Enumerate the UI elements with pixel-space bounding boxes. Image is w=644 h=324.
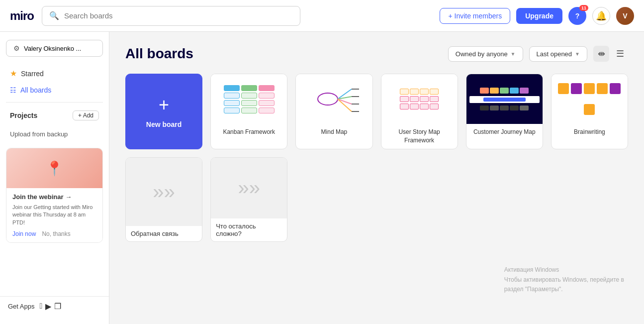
- add-project-button[interactable]: + Add: [73, 110, 99, 120]
- app-header: miro 🔍 + Invite members Upgrade ? 11 🔔 V: [0, 0, 644, 32]
- grid-view-button[interactable]: ⇼: [593, 46, 609, 62]
- upload-from-backup[interactable]: Upload from backup: [0, 124, 109, 142]
- sidebar-allboards-label: All boards: [20, 86, 51, 94]
- get-apps-label: Get Apps: [8, 303, 34, 310]
- webinar-links: Join now No, thanks: [12, 230, 96, 237]
- search-icon: 🔍: [49, 11, 59, 20]
- userstory-label: User Story Map Framework: [381, 124, 458, 149]
- user-board-label-1: Обратная связь: [126, 226, 202, 241]
- owner-filter[interactable]: Owned by anyone ▼: [448, 46, 523, 62]
- webinar-join-link[interactable]: Join now: [12, 230, 36, 237]
- android-icon: ▶: [45, 302, 51, 311]
- brainwriting-board-card[interactable]: Brainwriting: [551, 74, 628, 149]
- bell-icon: 🔔: [596, 10, 607, 21]
- main-layout: ⚙ Valery Oksinenko ... ★ Starred ☷ All b…: [0, 32, 644, 324]
- help-icon: ?: [575, 12, 580, 20]
- app-logo: miro: [10, 9, 34, 23]
- header-right: + Invite members Upgrade ? 11 🔔 V: [440, 7, 634, 25]
- webinar-icon: 📍: [46, 160, 63, 177]
- search-input[interactable]: [64, 11, 293, 20]
- avatar[interactable]: V: [616, 7, 634, 25]
- cjm-thumbnail: [466, 74, 543, 124]
- webinar-title: Join the webinar →: [12, 193, 96, 201]
- webinar-image: 📍: [6, 148, 102, 188]
- placeholder-icon-2: »»: [238, 177, 260, 199]
- mindmap-board-card[interactable]: Mind Map: [295, 74, 372, 149]
- chevron-down-icon-sort: ▼: [575, 51, 580, 57]
- svg-line-4: [338, 99, 352, 111]
- mindmap-label: Mind Map: [296, 124, 372, 140]
- user-boards-grid: »» Обратная связь »» Что осталось сложно…: [125, 157, 628, 242]
- webinar-text: Join our Getting started with Miro webin…: [12, 204, 96, 226]
- star-icon: ★: [10, 69, 17, 78]
- svg-point-0: [318, 93, 338, 105]
- app-icons:  ▶ ❐: [39, 302, 61, 311]
- kanban-board-card[interactable]: Kanban Framework: [210, 74, 287, 149]
- list-view-button[interactable]: ☰: [612, 46, 628, 62]
- sidebar-divider: [6, 102, 103, 103]
- notification-badge: 11: [579, 5, 588, 11]
- user-workspace-button[interactable]: ⚙ Valery Oksinenko ...: [6, 40, 103, 57]
- sidebar-item-all-boards[interactable]: ☷ All boards: [0, 82, 109, 98]
- chevron-down-icon: ▼: [511, 51, 516, 57]
- brainwriting-thumbnail: [552, 74, 628, 124]
- kanban-label: Kanban Framework: [211, 124, 287, 140]
- owner-filter-label: Owned by anyone: [456, 50, 508, 58]
- view-toggle: ⇼ ☰: [593, 46, 628, 62]
- notification-button[interactable]: 🔔: [592, 7, 610, 25]
- user-board-card-2[interactable]: »» Что осталось сложно?: [210, 157, 287, 242]
- brainwriting-label: Brainwriting: [552, 124, 628, 140]
- page-title: All boards: [125, 46, 193, 62]
- sort-filter[interactable]: Last opened ▼: [529, 46, 587, 62]
- placeholder-icon-1: »»: [153, 181, 175, 203]
- new-board-card[interactable]: + New board: [125, 74, 202, 149]
- kanban-thumbnail: [211, 74, 287, 124]
- help-button[interactable]: ? 11: [568, 7, 586, 25]
- mindmap-thumbnail: [296, 74, 372, 124]
- user-board-card-1[interactable]: »» Обратная связь: [125, 157, 202, 242]
- projects-row: Projects + Add: [0, 107, 109, 124]
- plus-icon: +: [159, 95, 169, 115]
- apple-icon: : [39, 302, 42, 311]
- search-bar[interactable]: 🔍: [42, 6, 300, 26]
- sidebar: ⚙ Valery Oksinenko ... ★ Starred ☷ All b…: [0, 32, 109, 324]
- get-apps-bar[interactable]: Get Apps  ▶ ❐: [0, 296, 109, 316]
- upgrade-button[interactable]: Upgrade: [516, 8, 562, 24]
- cjm-board-card[interactable]: Customer Journey Map: [466, 74, 543, 149]
- content-header: All boards Owned by anyone ▼ Last opened…: [125, 46, 628, 62]
- webinar-content: Join the webinar → Join our Getting star…: [6, 188, 102, 242]
- userstory-thumbnail: [381, 74, 458, 124]
- invite-members-button[interactable]: + Invite members: [440, 8, 510, 24]
- projects-label: Projects: [10, 111, 37, 119]
- cjm-label: Customer Journey Map: [466, 124, 543, 140]
- webinar-card: 📍 Join the webinar → Join our Getting st…: [6, 148, 103, 243]
- user-board-label-2: Что осталось сложно?: [211, 218, 287, 241]
- sort-filter-label: Last opened: [537, 50, 572, 58]
- grid-icon: ☷: [10, 86, 16, 94]
- windows-icon: ❐: [54, 302, 61, 311]
- sidebar-starred-label: Starred: [21, 70, 44, 78]
- user-board-thumb-1: »»: [126, 158, 202, 226]
- gear-icon: ⚙: [13, 44, 20, 52]
- template-boards-grid: + New board: [125, 74, 628, 149]
- user-workspace-label: Valery Oksinenko ...: [24, 45, 81, 52]
- filters: Owned by anyone ▼ Last opened ▼ ⇼ ☰: [448, 46, 628, 62]
- main-content: All boards Owned by anyone ▼ Last opened…: [109, 32, 644, 324]
- new-board-label: New board: [146, 120, 182, 128]
- user-board-thumb-2: »»: [211, 158, 287, 218]
- webinar-no-thanks-link[interactable]: No, thanks: [42, 230, 70, 237]
- userstory-board-card[interactable]: User Story Map Framework: [381, 74, 458, 149]
- sidebar-item-starred[interactable]: ★ Starred: [0, 65, 109, 82]
